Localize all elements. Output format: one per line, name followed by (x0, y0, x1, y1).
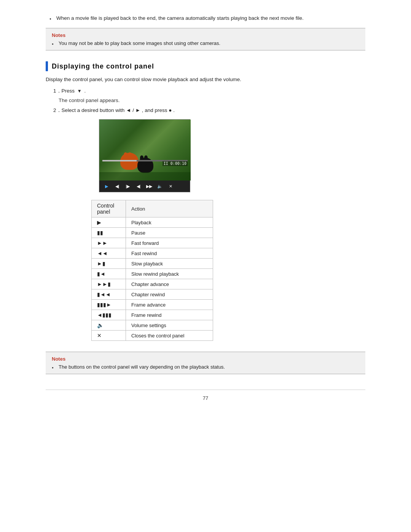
table-row: ►▮Slow playback (92, 259, 213, 269)
table-action-5: Slow rewind playback (126, 269, 213, 279)
table-row: 🔈Volume settings (92, 320, 213, 331)
notes-bullet-1: ● (52, 42, 59, 46)
table-icon-8: ▮▮▮► (92, 300, 126, 310)
table-action-2: Fast forward (126, 238, 213, 248)
table-row: ▮◄Slow rewind playback (92, 269, 213, 279)
page-number: 77 (46, 390, 365, 401)
bullet-dot: ● (49, 17, 56, 21)
notes-title-1: Notes (52, 32, 359, 38)
table-action-4: Slow playback (126, 259, 213, 269)
table-icon-5: ▮◄ (92, 269, 126, 279)
prev-frame-button[interactable]: ◀| (113, 183, 121, 190)
table-header-control: Control panel (92, 200, 126, 217)
step-1-sub: The control panel appears. (46, 97, 365, 103)
section-description: Display the control panel, you can contr… (46, 77, 365, 82)
table-row: ▮▮Pause (92, 228, 213, 238)
table-icon-4: ►▮ (92, 259, 126, 269)
top-bullet-section: ● When a movie file is played back to th… (46, 15, 365, 21)
table-icon-0: ▶ (92, 217, 126, 228)
table-row: ▮◄◄Chapter rewind (92, 289, 213, 300)
table-row: ✕Closes the control panel (92, 331, 213, 341)
table-header-action: Action (126, 200, 213, 217)
table-row: ►►▮Chapter advance (92, 279, 213, 289)
table-action-11: Closes the control panel (126, 331, 213, 341)
slow-rewind-button[interactable]: ◀| (134, 183, 143, 190)
table-action-6: Chapter advance (126, 279, 213, 289)
table-icon-1: ▮▮ (92, 228, 126, 238)
notes-box-2: Notes ● The buttons on the control panel… (46, 351, 365, 374)
table-action-7: Chapter rewind (126, 289, 213, 300)
step-2: 2．Select a desired button with ◄ / ► , a… (46, 107, 365, 114)
table-action-9: Frame rewind (126, 310, 213, 320)
section-title: Displaying the control panel (52, 62, 154, 70)
blue-bar-icon (46, 61, 48, 71)
table-icon-11: ✕ (92, 331, 126, 341)
table-action-10: Volume settings (126, 320, 213, 331)
next-frame-button[interactable]: |▶ (124, 183, 132, 190)
table-row: ◄▮▮▮Frame rewind (92, 310, 213, 320)
play-button[interactable]: ▶ (102, 183, 111, 190)
video-thumbnail: II 0:00:10 (99, 120, 191, 181)
table-row: ►►Fast forward (92, 238, 213, 248)
notes-bullet-2: ● (52, 366, 59, 369)
step-1: 1．Press ▼ . (46, 88, 365, 94)
fast-forward-button[interactable]: ▶▶ (145, 183, 153, 190)
close-control-button[interactable]: ✕ (166, 183, 175, 190)
table-icon-2: ►► (92, 238, 126, 248)
table-icon-10: 🔈 (92, 320, 126, 331)
down-arrow-icon: ▼ (77, 88, 82, 94)
top-bullet-text: When a movie file is played back to the … (56, 15, 304, 21)
table-action-1: Pause (126, 228, 213, 238)
table-row: ▶Playback (92, 217, 213, 228)
table-action-0: Playback (126, 217, 213, 228)
notes-text-2: The buttons on the control panel will va… (59, 364, 225, 370)
volume-button[interactable]: 🔈 (156, 183, 164, 190)
table-action-8: Frame advance (126, 300, 213, 310)
table-action-3: Fast rewind (126, 248, 213, 259)
step1-suffix: . (84, 88, 86, 94)
table-icon-7: ▮◄◄ (92, 289, 126, 300)
table-row: ◄◄Fast rewind (92, 248, 213, 259)
video-timecode: II 0:00:10 (162, 161, 188, 166)
step1-prefix: 1．Press (53, 88, 75, 94)
notes-title-2: Notes (52, 356, 359, 362)
notes-box-1: Notes ● You may not be able to play back… (46, 28, 365, 51)
top-bullet-item: ● When a movie file is played back to th… (49, 15, 365, 21)
notes-item-1: ● You may not be able to play back some … (52, 40, 359, 46)
table-icon-3: ◄◄ (92, 248, 126, 259)
table-icon-9: ◄▮▮▮ (92, 310, 126, 320)
table-row: ▮▮▮►Frame advance (92, 300, 213, 310)
notes-item-2: ● The buttons on the control panel will … (52, 364, 359, 370)
table-icon-6: ►►▮ (92, 279, 126, 289)
section-header: Displaying the control panel (46, 61, 365, 71)
video-control-bar: ▶ ◀| |▶ ◀| ▶▶ 🔈 ✕ (99, 181, 190, 192)
video-player: II 0:00:10 ▶ ◀| |▶ ◀| ▶▶ 🔈 ✕ (99, 119, 190, 192)
control-panel-table: Control panel Action ▶Playback▮▮Pause►►F… (91, 200, 213, 341)
notes-text-1: You may not be able to play back some im… (59, 40, 220, 46)
video-progress-fill (102, 160, 137, 161)
